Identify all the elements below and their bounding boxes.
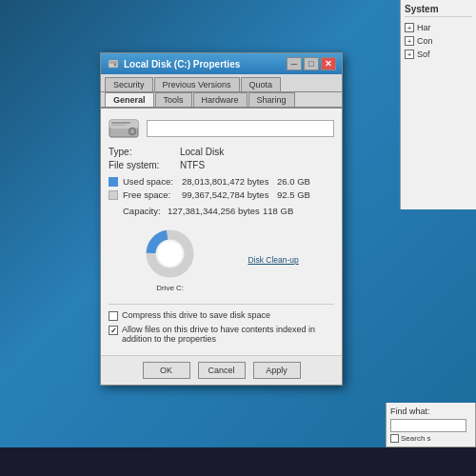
- index-checkbox-row: ✓ Allow files on this drive to have cont…: [109, 325, 334, 344]
- find-label: Find what:: [390, 407, 471, 416]
- capacity-label: Capacity:: [109, 206, 168, 216]
- tabs-row-1: Security Previous Versions Quota: [101, 74, 342, 92]
- properties-dialog: Local Disk (C:) Properties ─ □ ✕ Securit…: [100, 52, 343, 386]
- right-panel: System + Har + Con + Sof: [400, 0, 476, 209]
- free-space-gb: 92.5 GB: [277, 189, 310, 200]
- tabs-row-2: General Tools Hardware Sharing: [101, 92, 342, 109]
- filesystem-value: NTFS: [180, 160, 205, 170]
- svg-point-11: [158, 242, 183, 267]
- chart-drive-label: Drive C:: [144, 284, 196, 292]
- disk-cleanup-button[interactable]: Disk Clean-up: [248, 255, 298, 265]
- hdd-icon: [109, 116, 139, 141]
- dialog-title: Local Disk (C:) Properties: [124, 59, 240, 69]
- checkbox-section: Compress this drive to save disk space ✓…: [109, 304, 334, 344]
- type-label: Type:: [109, 147, 180, 157]
- svg-rect-1: [109, 61, 117, 64]
- used-space-bytes: 28,013,801,472 bytes: [182, 176, 277, 187]
- filesystem-row: File system: NTFS: [109, 160, 334, 170]
- tab-general[interactable]: General: [105, 92, 154, 107]
- tab-security[interactable]: Security: [105, 77, 153, 91]
- donut-chart: [144, 228, 196, 280]
- used-space-gb: 26.0 GB: [277, 176, 310, 187]
- minimize-button[interactable]: ─: [287, 57, 302, 70]
- tab-tools[interactable]: Tools: [155, 92, 192, 107]
- free-space-label: Free space:: [123, 189, 182, 200]
- index-checkmark: ✓: [110, 327, 117, 335]
- drive-icon-row: [109, 116, 334, 141]
- tab-previous-versions[interactable]: Previous Versions: [154, 77, 240, 91]
- disk-cleanup-section: Disk Clean-up: [248, 255, 298, 265]
- tree-label-sof: Sof: [417, 50, 430, 59]
- svg-point-8: [130, 129, 134, 133]
- capacity-gb: 118 GB: [263, 206, 293, 216]
- free-color-box: [109, 190, 118, 200]
- svg-rect-6: [111, 125, 126, 126]
- close-button[interactable]: ✕: [321, 57, 336, 70]
- disk-icon-title: [107, 57, 120, 70]
- desktop: System + Har + Con + Sof Find what: Sear…: [0, 0, 476, 476]
- free-space-row: Free space: 99,367,542,784 bytes 92.5 GB: [109, 189, 334, 200]
- taskbar: [0, 447, 476, 476]
- type-row: Type: Local Disk: [109, 147, 334, 157]
- apply-button[interactable]: Apply: [253, 362, 301, 379]
- tab-quota[interactable]: Quota: [241, 77, 282, 91]
- index-checkbox[interactable]: ✓: [109, 326, 118, 335]
- capacity-bytes: 127,381,344,256 bytes: [168, 206, 263, 216]
- dialog-titlebar: Local Disk (C:) Properties ─ □ ✕: [101, 53, 342, 74]
- dialog-footer: OK Cancel Apply: [101, 355, 342, 385]
- chart-row: Drive C: Disk Clean-up: [109, 224, 334, 296]
- index-label: Allow files on this drive to have conten…: [122, 325, 334, 344]
- tree-label-har: Har: [417, 23, 431, 32]
- svg-point-2: [114, 64, 117, 67]
- tab-sharing[interactable]: Sharing: [248, 92, 295, 107]
- expand-icon-con[interactable]: +: [405, 36, 414, 46]
- expand-icon-har[interactable]: +: [405, 23, 414, 32]
- cancel-button[interactable]: Cancel: [198, 362, 246, 379]
- used-space-row: Used space: 28,013,801,472 bytes 26.0 GB: [109, 176, 334, 187]
- compress-checkbox-row: Compress this drive to save disk space: [109, 310, 334, 321]
- dialog-content: Type: Local Disk File system: NTFS Used …: [101, 109, 342, 355]
- filesystem-label: File system:: [109, 160, 180, 170]
- svg-rect-4: [109, 120, 138, 129]
- tab-hardware[interactable]: Hardware: [193, 92, 248, 107]
- tree-item-har[interactable]: + Har: [405, 21, 472, 34]
- ok-button[interactable]: OK: [143, 362, 190, 379]
- drive-name-box: [147, 120, 334, 137]
- right-panel-title: System: [405, 4, 472, 17]
- svg-rect-5: [111, 122, 130, 124]
- search-row: Search s: [390, 434, 471, 443]
- expand-icon-sof[interactable]: +: [405, 50, 414, 59]
- tree-label-con: Con: [417, 36, 433, 46]
- tree-item-sof[interactable]: + Sof: [405, 48, 472, 61]
- maximize-button[interactable]: □: [304, 57, 319, 70]
- used-space-label: Used space:: [123, 176, 182, 187]
- compress-checkbox[interactable]: [109, 311, 118, 321]
- titlebar-controls: ─ □ ✕: [287, 57, 336, 70]
- space-section: Used space: 28,013,801,472 bytes 26.0 GB…: [109, 176, 334, 200]
- used-color-box: [109, 177, 118, 187]
- capacity-row: Capacity: 127,381,344,256 bytes 118 GB: [109, 206, 334, 216]
- find-input[interactable]: [390, 419, 466, 432]
- free-space-bytes: 99,367,542,784 bytes: [182, 189, 277, 200]
- compress-label: Compress this drive to save disk space: [122, 310, 270, 320]
- tree-item-con[interactable]: + Con: [405, 34, 472, 48]
- donut-chart-section: Drive C:: [144, 228, 196, 292]
- search-checkbox[interactable]: [390, 434, 399, 443]
- search-text: Search s: [401, 434, 431, 443]
- type-value: Local Disk: [180, 147, 224, 157]
- find-panel: Find what: Search s: [386, 403, 476, 447]
